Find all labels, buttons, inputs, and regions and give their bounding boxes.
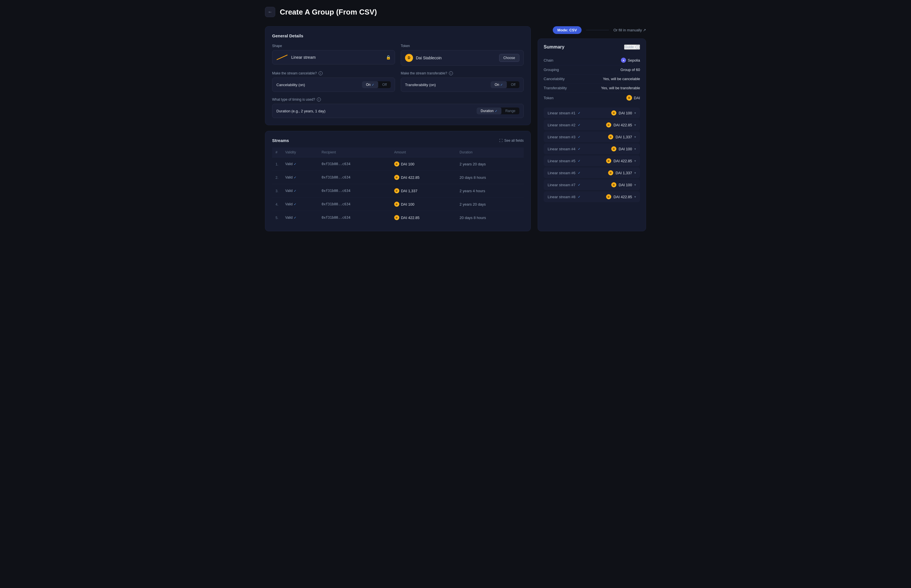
stream-amount: DAI 100 [619, 111, 632, 115]
left-panel: General Details Shape Linear stream [265, 26, 531, 231]
col-amount: Amount [391, 147, 456, 157]
streams-card: Streams ⛶ See all fields # Validity Reci… [265, 131, 531, 231]
col-duration: Duration [456, 147, 524, 157]
row-recipient: 0xf31b00..c634 [318, 171, 391, 184]
chevron-down-icon: ▾ [634, 147, 636, 151]
see-all-fields-button[interactable]: ⛶ See all fields [499, 139, 524, 142]
stream-list-item[interactable]: Linear stream #1 ✓ D DAI 100 ▾ [544, 108, 640, 118]
cancelability-info-icon[interactable]: i [318, 71, 323, 75]
stream-dai-icon: D [608, 134, 613, 139]
row-recipient: 0xf31b00..c634 [318, 157, 391, 171]
stream-check-icon: ✓ [578, 183, 580, 187]
row-num: 3. [272, 184, 282, 198]
transferability-field-label: Transferability (on) [405, 83, 436, 87]
table-row: 1. Valid ✓ 0xf31b00..c634 D DAI 100 2 ye… [272, 157, 524, 171]
timing-toggle-group: Duration ✓ Range [476, 108, 519, 114]
stream-amount: DAI 422.85 [614, 159, 632, 163]
summary-key: Chain [544, 58, 553, 63]
summary-row: Grouping Group of 60 [544, 65, 640, 74]
stream-label: Linear stream #2 [548, 123, 575, 127]
manual-link[interactable]: Or fill in manually ↗ [614, 28, 646, 32]
guide-info-icon: i [635, 45, 640, 49]
stream-dai-icon: D [611, 146, 616, 152]
back-button[interactable]: ← [265, 7, 275, 17]
stream-list-item[interactable]: Linear stream #4 ✓ D DAI 100 ▾ [544, 144, 640, 154]
summary-header: Summary Guide i [544, 45, 640, 50]
timing-group: What type of timing is used? i Duration … [272, 97, 524, 118]
stream-label: Linear stream #8 [548, 195, 575, 199]
summary-card: Summary Guide i Chain ◈Sepolia Grouping … [538, 39, 646, 231]
stream-check-icon: ✓ [578, 147, 580, 151]
cancelability-on-button[interactable]: On ✓ [362, 81, 378, 88]
row-recipient: 0xf31b00..c634 [318, 184, 391, 198]
summary-key: Grouping [544, 68, 559, 72]
dai-amount-icon: D [394, 215, 399, 220]
expand-icon: ⛶ [499, 139, 502, 142]
stream-list-item[interactable]: Linear stream #2 ✓ D DAI 422.85 ▾ [544, 120, 640, 130]
stream-amount: DAI 100 [619, 147, 632, 151]
row-duration: 2 years 20 days [456, 198, 524, 211]
validity-check-icon: ✓ [294, 216, 296, 220]
timing-field-label: Duration (e.g., 2 years, 1 day) [276, 109, 325, 113]
stream-list-item[interactable]: Linear stream #8 ✓ D DAI 422.85 ▾ [544, 191, 640, 202]
validity-check-icon: ✓ [294, 162, 296, 166]
col-validity: Validity [282, 147, 318, 157]
svg-line-0 [277, 55, 287, 60]
stream-dai-icon: D [606, 122, 611, 128]
stream-amount: DAI 422.85 [614, 195, 632, 199]
stream-amount: DAI 1,337 [615, 135, 632, 139]
lock-icon: 🔒 [386, 55, 391, 60]
validity-check-icon: ✓ [294, 189, 296, 193]
row-recipient: 0xf31b00..c634 [318, 198, 391, 211]
token-group: Token D Dai Stablecoin Choose [401, 44, 524, 66]
stream-list-item[interactable]: Linear stream #6 ✓ D DAI 1,337 ▾ [544, 167, 640, 178]
summary-value: Yes, will be cancelable [603, 77, 640, 81]
chain-icon: ◈ [621, 58, 626, 63]
dai-amount-icon: D [394, 202, 399, 207]
stream-amount: DAI 422.85 [614, 123, 632, 127]
row-amount: D DAI 1,337 [391, 184, 456, 198]
transferability-info-icon[interactable]: i [449, 71, 453, 75]
summary-title: Summary [544, 45, 564, 50]
transferability-group: Make the stream transferable? i Transfer… [401, 71, 524, 92]
transferability-check-icon: ✓ [500, 83, 503, 87]
duration-check-icon: ✓ [495, 109, 497, 113]
summary-row: Chain ◈Sepolia [544, 55, 640, 65]
transferability-on-button[interactable]: On ✓ [491, 81, 507, 88]
chevron-down-icon: ▾ [634, 195, 636, 199]
row-validity: Valid ✓ [282, 184, 318, 198]
stream-label: Linear stream #4 [548, 147, 575, 151]
range-button[interactable]: Range [501, 108, 519, 114]
timing-info-icon[interactable]: i [317, 97, 321, 102]
row-num: 5. [272, 211, 282, 225]
shape-field[interactable]: Linear stream 🔒 [272, 50, 395, 65]
row-recipient: 0xf31b00..c634 [318, 211, 391, 225]
row-validity: Valid ✓ [282, 198, 318, 211]
stream-list: Linear stream #1 ✓ D DAI 100 ▾ Linear st… [544, 108, 640, 202]
stream-list-item[interactable]: Linear stream #3 ✓ D DAI 1,337 ▾ [544, 131, 640, 142]
col-num: # [272, 147, 282, 157]
stream-list-item[interactable]: Linear stream #7 ✓ D DAI 100 ▾ [544, 179, 640, 190]
stream-list-item[interactable]: Linear stream #5 ✓ D DAI 422.85 ▾ [544, 155, 640, 166]
summary-row: Cancelability Yes, will be cancelable [544, 74, 640, 84]
choose-token-button[interactable]: Choose [499, 54, 519, 62]
table-row: 4. Valid ✓ 0xf31b00..c634 D DAI 100 2 ye… [272, 198, 524, 211]
transferability-off-button[interactable]: Off [507, 81, 519, 88]
mode-badge: Mode: CSV [553, 26, 581, 34]
cancelability-off-button[interactable]: Off [378, 81, 391, 88]
summary-value: DDAI [626, 95, 640, 101]
validity-check-icon: ✓ [294, 176, 296, 179]
dai-amount-icon: D [394, 188, 399, 193]
summary-value: Yes, will be transferable [601, 86, 640, 90]
duration-button[interactable]: Duration ✓ [476, 108, 501, 114]
streams-header: Streams ⛶ See all fields [272, 138, 524, 143]
stream-label: Linear stream #7 [548, 183, 575, 187]
guide-button[interactable]: Guide i [624, 45, 640, 50]
chevron-down-icon: ▾ [634, 135, 636, 139]
summary-row: Token DDAI [544, 93, 640, 103]
row-amount: D DAI 100 [391, 198, 456, 211]
streams-title: Streams [272, 138, 289, 143]
cancelability-toggle-group: On ✓ Off [362, 81, 391, 88]
timing-toggle-row: Duration (e.g., 2 years, 1 day) Duration… [272, 104, 524, 118]
stream-dai-icon: D [611, 182, 616, 187]
